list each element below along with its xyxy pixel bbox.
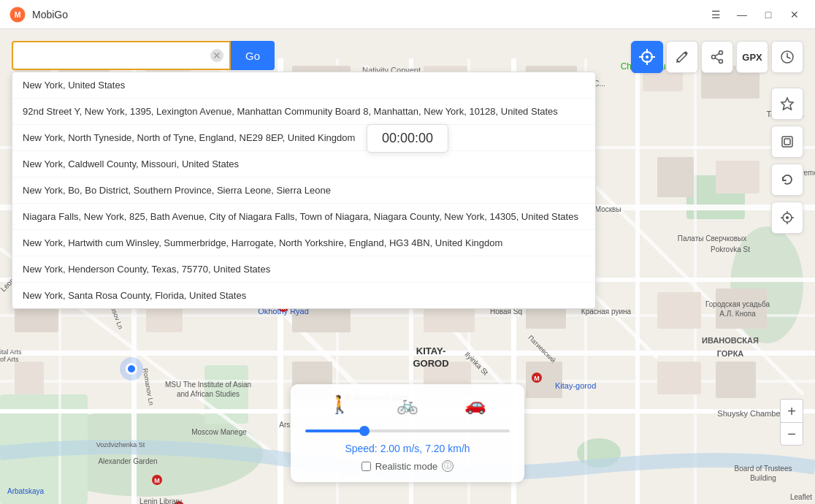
speed-panel: 🚶 🚲 🚗 Speed: 2.00 m/s, 7.20 km/h Realist…: [291, 384, 524, 482]
location-dot-marker: [126, 363, 137, 375]
dropdown-item-6[interactable]: New York, Hartwith cum Winsley, Summerbr…: [12, 230, 595, 256]
svg-rect-52: [657, 292, 701, 329]
dropdown-item-7[interactable]: New York, Henderson County, Texas, 75770…: [12, 256, 595, 283]
svg-text:ИВАНОВСКАЯ: ИВАНОВСКАЯ: [702, 336, 759, 345]
svg-rect-45: [657, 157, 694, 197]
svg-text:KITAY-: KITAY-: [416, 345, 445, 356]
search-dropdown: New York, United States92nd Street Y, Ne…: [12, 72, 596, 309]
car-icon[interactable]: 🚗: [464, 394, 486, 415]
svg-text:of Arts: of Arts: [0, 356, 19, 363]
svg-text:ital Arts: ital Arts: [0, 348, 22, 356]
app-logo: M: [9, 6, 26, 23]
svg-point-122: [646, 56, 648, 58]
svg-point-123: [719, 51, 723, 55]
svg-text:Alexander Garden: Alexander Garden: [98, 457, 157, 465]
search-go-button[interactable]: Go: [231, 41, 275, 70]
dropdown-item-0[interactable]: New York, United States: [12, 72, 595, 99]
svg-text:Lenin Library: Lenin Library: [139, 497, 182, 504]
zoom-controls: + −: [780, 399, 803, 446]
locate-icon: [780, 210, 795, 225]
clock-icon: [780, 50, 795, 64]
dropdown-item-4[interactable]: New York, Bo, Bo District, Southern Prov…: [12, 177, 595, 204]
svg-text:Kitay-gorod: Kitay-gorod: [555, 381, 596, 390]
svg-point-125: [712, 56, 716, 59]
share-button[interactable]: [701, 41, 733, 73]
realistic-mode-checkbox[interactable]: [361, 462, 371, 471]
title-bar-controls: ☰ — □ ✕: [704, 4, 806, 25]
svg-rect-57: [526, 362, 562, 398]
svg-rect-58: [657, 362, 701, 394]
layers-icon: [780, 134, 795, 149]
dropdown-item-2[interactable]: New York, North Tyneside, North of Tyne,…: [12, 125, 595, 151]
bike-icon[interactable]: 🚲: [397, 394, 418, 415]
dropdown-item-3[interactable]: New York, Caldwell County, Missouri, Uni…: [12, 151, 595, 177]
zoom-in-button[interactable]: +: [780, 399, 803, 422]
leaflet-attribution: Leaflet: [790, 493, 812, 501]
title-bar: M MobiGo ☰ — □ ✕: [0, 0, 815, 29]
svg-line-130: [787, 57, 790, 58]
speed-label: Speed:: [345, 443, 377, 454]
svg-text:Board of Trustees: Board of Trustees: [735, 465, 792, 473]
svg-rect-46: [716, 161, 759, 194]
search-input-wrapper: new york ✕: [12, 41, 231, 70]
layers-button[interactable]: [771, 126, 803, 158]
svg-rect-53: [716, 289, 767, 329]
svg-text:Городская усадьба: Городская усадьба: [705, 300, 770, 308]
svg-text:Building: Building: [750, 474, 776, 482]
crosshair-icon: [639, 49, 655, 65]
zoom-out-button[interactable]: −: [780, 422, 803, 446]
svg-rect-59: [716, 362, 756, 398]
pen-button[interactable]: [666, 41, 698, 73]
share-icon: [710, 50, 724, 64]
crosshair-button[interactable]: [631, 41, 663, 73]
svg-text:Pokrovka St: Pokrovka St: [711, 245, 750, 253]
map-area[interactable]: Nativity Convent Chistye Prudy KITAY- GO…: [0, 29, 815, 504]
dropdown-item-5[interactable]: Niagara Falls, New York, 825, Bath Avenu…: [12, 204, 595, 230]
search-bar: new york ✕ Go New York, United States92n…: [12, 41, 275, 70]
speed-value: 2.00 m/s, 7.20 km/h: [380, 443, 470, 454]
svg-text:Arbatskaya: Arbatskaya: [7, 487, 44, 495]
dropdown-item-8[interactable]: New York, Santa Rosa County, Florida, Un…: [12, 283, 595, 308]
svg-text:M: M: [534, 375, 540, 382]
history-button[interactable]: [771, 41, 803, 73]
maximize-button[interactable]: □: [757, 4, 780, 25]
reset-icon: [780, 172, 795, 187]
search-input[interactable]: new york: [13, 50, 229, 61]
svg-rect-18: [635, 58, 640, 504]
menu-button[interactable]: ☰: [704, 4, 727, 25]
svg-text:and African Studies: and African Studies: [177, 390, 240, 398]
svg-line-127: [715, 58, 719, 61]
speed-text: Speed: 2.00 m/s, 7.20 km/h: [305, 443, 510, 454]
svg-text:Палаты Сверчковых: Палаты Сверчковых: [678, 234, 747, 243]
svg-text:ГОРКА: ГОРКА: [717, 349, 744, 358]
svg-rect-131: [782, 137, 792, 147]
speed-slider-wrapper: [305, 422, 510, 435]
location-dot: [113, 351, 150, 387]
svg-point-124: [719, 60, 723, 64]
locate-me-button[interactable]: [771, 202, 803, 234]
svg-line-126: [715, 53, 719, 56]
gpx-button[interactable]: GPX: [736, 41, 768, 73]
svg-text:Vozdvizhenka St: Vozdvizhenka St: [96, 441, 145, 448]
pen-icon: [675, 50, 689, 64]
svg-point-134: [786, 216, 789, 219]
info-icon[interactable]: ⓘ: [442, 460, 454, 472]
timer-display: 00:00:00: [367, 124, 448, 153]
title-bar-left: M MobiGo: [9, 6, 68, 23]
minimize-button[interactable]: —: [730, 4, 754, 25]
svg-text:M: M: [15, 9, 21, 18]
transport-icons: 🚶 🚲 🚗: [305, 394, 510, 415]
svg-text:Moscow Manege: Moscow Manege: [191, 428, 247, 436]
favorites-button[interactable]: [771, 88, 803, 120]
search-clear-button[interactable]: ✕: [210, 49, 223, 62]
reset-button[interactable]: [771, 164, 803, 196]
app-title: MobiGo: [32, 9, 68, 20]
walk-icon[interactable]: 🚶: [329, 394, 351, 415]
svg-text:GOROD: GOROD: [413, 358, 448, 369]
right-panel: [771, 88, 803, 234]
svg-rect-54: [15, 362, 44, 394]
speed-slider[interactable]: [305, 429, 510, 432]
realistic-mode-label[interactable]: Realistic mode: [375, 461, 437, 472]
dropdown-item-1[interactable]: 92nd Street Y, New York, 1395, Lexington…: [12, 99, 595, 125]
close-button[interactable]: ✕: [783, 4, 806, 25]
